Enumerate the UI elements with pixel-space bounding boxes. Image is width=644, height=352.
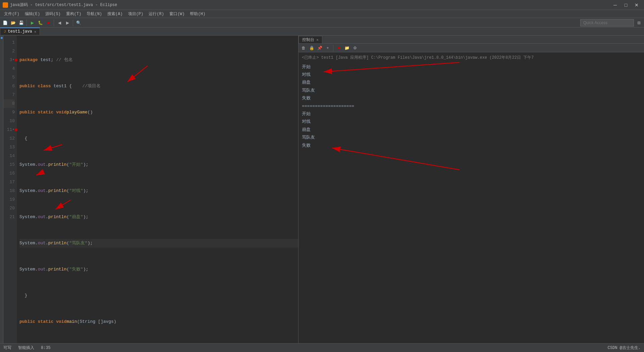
console-header: <已终止> test1 [Java 应用程序] C:\Program Files… (302, 54, 641, 62)
console-open-file[interactable]: 📁 (343, 44, 351, 52)
line-num-3: 3• (3, 56, 15, 64)
console-line-9: 骂队友 (302, 134, 641, 141)
menu-edit[interactable]: 编辑(E) (22, 10, 43, 17)
console-line-2: 对线 (302, 71, 641, 79)
left-sidebar (0, 36, 3, 343)
editor-content[interactable]: 1 2 3• 4 5 6 7 8 9 10 11• 12 13 14 15 16… (3, 36, 298, 343)
title-bar: java源码 - test/src/test/test1.java - Ecli… (0, 0, 644, 10)
code-line-2: public class test1 { //项目名 (19, 82, 298, 91)
console-clear[interactable]: 🗑 (300, 44, 307, 52)
toolbar-run[interactable]: ▶ (29, 19, 36, 27)
console-tab-close[interactable]: ✕ (316, 38, 319, 42)
menu-file[interactable]: 文件(F) (1, 10, 22, 17)
line-num-6: 6 (3, 82, 15, 91)
line-num-15: 15 (3, 160, 15, 169)
console-tab-bar: 控制台 ✕ (299, 36, 644, 44)
close-button[interactable]: ✕ (632, 1, 641, 9)
window-title: java源码 - test/src/test/test1.java - Ecli… (10, 2, 610, 8)
console-content[interactable]: <已终止> test1 [Java 应用程序] C:\Program Files… (299, 52, 644, 343)
status-bar: 可写 智能插入 8:35 CSDN @吉士先生. (0, 343, 644, 352)
quick-access-input[interactable] (580, 19, 634, 27)
line-num-14: 14 (3, 152, 15, 160)
toolbar-open[interactable]: 📂 (9, 19, 17, 27)
menu-help[interactable]: 帮助(H) (187, 10, 208, 17)
line-numbers: 1 2 3• 4 5 6 7 8 9 10 11• 12 13 14 15 16… (3, 36, 17, 343)
status-watermark: CSDN @吉士先生. (608, 345, 641, 351)
menu-project[interactable]: 项目(P) (125, 10, 146, 17)
line-num-1: 1 (3, 38, 15, 47)
line-num-5: 5 (3, 73, 15, 82)
editor-pane[interactable]: 1 2 3• 4 5 6 7 8 9 10 11• 12 13 14 15 16… (3, 36, 299, 343)
menu-window[interactable]: 窗口(W) (167, 10, 187, 17)
minimize-button[interactable]: ─ (610, 1, 620, 9)
menu-search[interactable]: 搜索(A) (105, 10, 125, 17)
console-pin[interactable]: 📌 (316, 44, 323, 52)
editor-tab-close[interactable]: ✕ (34, 30, 37, 34)
code-line-6: System.out.println("对线"); (19, 187, 298, 195)
toolbar-separator-3 (73, 19, 73, 26)
menu-run[interactable]: 运行(R) (146, 10, 167, 17)
line-num-10: 10 (3, 117, 15, 125)
console-pane: 控制台 ✕ 🗑 🔒 📌 + ■ 📁 ⚙ <已终止> test1 [Java 应用… (299, 36, 644, 343)
code-line-5: System.out.println("开始"); (19, 160, 298, 169)
line-num-16: 16 (3, 169, 15, 178)
editor-tab-test1[interactable]: J test1.java ✕ (0, 28, 40, 35)
java-file-icon: J (4, 30, 6, 34)
toolbar-new[interactable]: 📄 (1, 19, 9, 27)
code-line-7: System.out.println("崩盘"); (19, 213, 298, 221)
line-num-2: 2 (3, 47, 15, 56)
line-num-12: 12 (3, 134, 15, 143)
console-scroll-lock[interactable]: 🔒 (308, 44, 315, 52)
line-num-20: 20 (3, 204, 15, 213)
status-position: 8:35 (41, 346, 51, 350)
toolbar-stop[interactable]: ■ (45, 19, 52, 27)
line-num-19: 19 (3, 195, 15, 204)
toolbar-perspectives[interactable]: ⊞ (635, 19, 643, 27)
line-num-11: 11• (3, 125, 15, 134)
console-line-4: 骂队友 (302, 87, 641, 94)
app-icon (3, 2, 8, 8)
console-new-console[interactable]: + (324, 44, 331, 52)
code-line-11: public static void main(String []avgs) (19, 317, 298, 326)
console-line-10: 失败 (302, 142, 641, 149)
console-terminate[interactable]: ■ (335, 44, 342, 52)
line-num-18: 18 (3, 187, 15, 195)
code-line-9: System.out.println("失败"); (19, 265, 298, 274)
console-tab-label: 控制台 (302, 37, 314, 43)
code-content[interactable]: package test; // 包名 public class test1 {… (17, 36, 298, 343)
status-input-mode: 智能插入 (18, 345, 34, 351)
toolbar: 📄 📂 💾 ▶ 🐛 ■ ◀ ▶ 🔍 ⊞ (0, 18, 644, 28)
code-line-3: public static void playGame() (19, 108, 298, 117)
menu-navigate[interactable]: 导航(N) (84, 10, 105, 17)
console-sep-1 (333, 45, 333, 51)
console-properties[interactable]: ⚙ (351, 44, 359, 52)
editor-tab-bar: J test1.java ✕ (0, 28, 644, 36)
toolbar-save[interactable]: 💾 (17, 19, 25, 27)
toolbar-search[interactable]: 🔍 (75, 19, 82, 27)
menu-refactor[interactable]: 重构(T) (63, 10, 84, 17)
status-writable: 可写 (3, 345, 11, 351)
toolbar-back[interactable]: ◀ (56, 19, 63, 27)
window-controls: ─ □ ✕ (610, 1, 641, 9)
console-line-3: 崩盘 (302, 79, 641, 86)
maximize-button[interactable]: □ (621, 1, 631, 9)
console-separator: ==================== (302, 102, 641, 110)
sidebar-marker (1, 37, 3, 39)
menu-source[interactable]: 源码(S) (43, 10, 63, 17)
menu-bar: 文件(F) 编辑(E) 源码(S) 重构(T) 导航(N) 搜索(A) 项目(P… (0, 10, 644, 18)
toolbar-separator-2 (54, 19, 54, 26)
editor-console-area: 1 2 3• 4 5 6 7 8 9 10 11• 12 13 14 15 16… (0, 36, 644, 343)
code-line-4: { (19, 134, 298, 143)
line-num-21: 21 (3, 213, 15, 221)
code-line-10: } (19, 291, 298, 300)
console-line-5: 失败 (302, 94, 641, 102)
line-num-9: 9 (3, 108, 15, 117)
code-line-1: package test; // 包名 (19, 56, 298, 64)
console-tab[interactable]: 控制台 ✕ (299, 36, 322, 43)
console-line-6: 开始 (302, 110, 641, 118)
console-toolbar: 🗑 🔒 📌 + ■ 📁 ⚙ (299, 44, 644, 52)
toolbar-debug[interactable]: 🐛 (37, 19, 44, 27)
console-line-8: 崩盘 (302, 126, 641, 134)
toolbar-forward[interactable]: ▶ (64, 19, 71, 27)
console-line-1: 开始 (302, 63, 641, 71)
